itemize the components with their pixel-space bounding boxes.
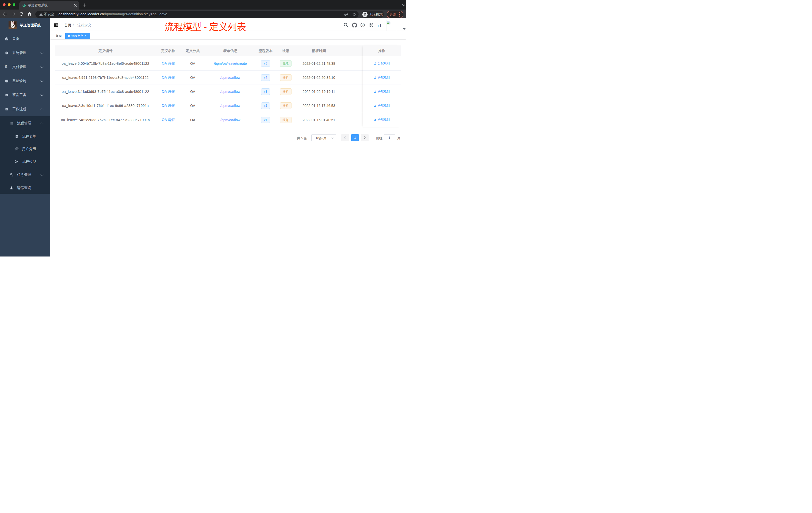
svg-text:?: ? bbox=[362, 24, 363, 26]
